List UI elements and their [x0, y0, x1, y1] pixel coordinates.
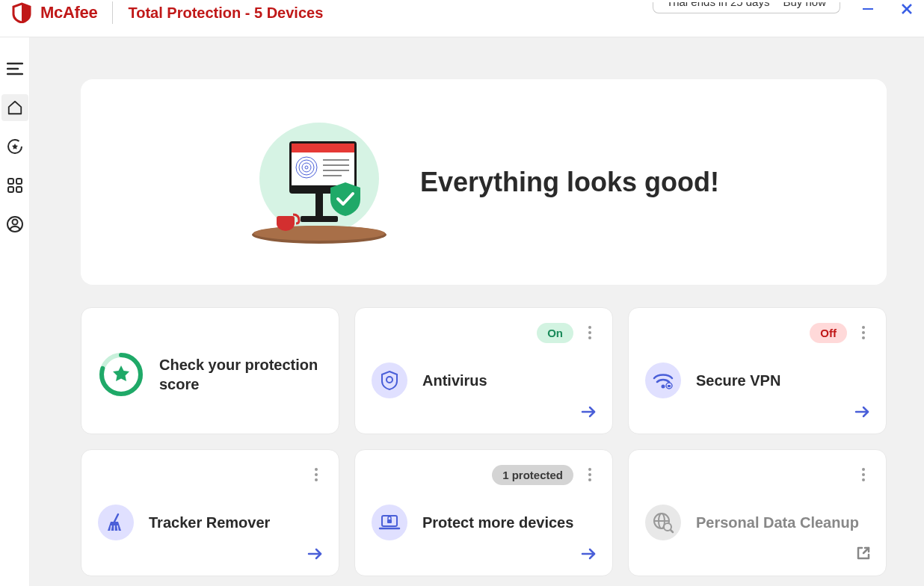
svg-rect-46 — [387, 519, 392, 523]
svg-line-40 — [111, 525, 111, 531]
card-grid: Check your protection score On Antivirus — [81, 307, 887, 576]
trial-text: Trial ends in 25 days — [667, 2, 770, 8]
kebab-menu[interactable] — [857, 465, 869, 484]
broom-icon — [98, 505, 134, 540]
vpn-card[interactable]: Off Secure VPN — [628, 307, 887, 434]
apps-icon[interactable] — [6, 176, 24, 194]
hero-title: Everything looks good! — [420, 167, 719, 198]
tracker-remover-card[interactable]: Tracker Remover — [81, 449, 339, 576]
svg-rect-28 — [301, 216, 338, 222]
card-title: Check your protection score — [159, 355, 322, 394]
main-content: Everything looks good! Check your protec… — [30, 37, 924, 586]
home-icon[interactable] — [1, 94, 28, 121]
svg-rect-7 — [8, 179, 13, 184]
arrow-icon[interactable] — [581, 547, 597, 564]
devices-badge: 1 protected — [492, 465, 573, 485]
card-title: Secure VPN — [696, 371, 780, 390]
globe-search-icon — [645, 505, 681, 540]
kebab-menu[interactable] — [310, 465, 322, 484]
status-badge-off: Off — [810, 323, 847, 343]
svg-point-33 — [386, 377, 392, 383]
score-ring-icon — [98, 351, 144, 398]
sidebar — [0, 37, 30, 586]
antivirus-card[interactable]: On Antivirus — [354, 307, 613, 434]
protection-score-card[interactable]: Check your protection score — [81, 307, 339, 434]
mcafee-shield-icon — [12, 2, 31, 23]
status-badge-on: On — [537, 323, 573, 343]
svg-line-42 — [117, 525, 118, 531]
kebab-menu[interactable] — [584, 323, 596, 342]
kebab-menu[interactable] — [584, 465, 596, 484]
svg-line-39 — [114, 514, 118, 522]
svg-rect-37 — [668, 385, 671, 387]
svg-point-12 — [12, 220, 17, 225]
minimize-button[interactable] — [861, 2, 875, 16]
card-title: Personal Data Cleanup — [696, 513, 859, 532]
close-button[interactable] — [900, 2, 914, 16]
shield-icon — [372, 363, 407, 398]
score-icon[interactable] — [6, 138, 24, 155]
laptop-lock-icon — [372, 505, 407, 540]
kebab-menu[interactable] — [857, 323, 869, 342]
brand-separator — [112, 1, 113, 24]
external-link-icon[interactable] — [856, 546, 871, 564]
card-title: Protect more devices — [422, 513, 573, 532]
svg-rect-8 — [16, 179, 22, 184]
product-name: Total Protection - 5 Devices — [128, 4, 323, 22]
account-icon[interactable] — [6, 215, 24, 233]
svg-rect-18 — [292, 144, 354, 152]
wifi-lock-icon — [645, 363, 681, 398]
svg-point-35 — [662, 385, 665, 389]
hero-card: Everything looks good! — [81, 79, 887, 285]
protect-devices-card[interactable]: 1 protected Protect more devices — [354, 449, 613, 576]
brand: McAfee Total Protection - 5 Devices — [12, 0, 323, 25]
arrow-icon[interactable] — [307, 547, 324, 564]
card-title: Antivirus — [422, 371, 487, 390]
svg-rect-30 — [277, 216, 295, 225]
buy-now-link[interactable]: Buy now — [783, 2, 826, 8]
hero-illustration — [248, 111, 390, 253]
trial-pill[interactable]: Trial ends in 25 days Buy now — [653, 2, 840, 13]
titlebar-right: Trial ends in 25 days Buy now — [653, 0, 914, 16]
titlebar: McAfee Total Protection - 5 Devices Tria… — [0, 0, 924, 37]
svg-point-15 — [253, 226, 385, 241]
svg-line-52 — [671, 530, 673, 532]
brand-name: McAfee — [40, 3, 97, 22]
arrow-icon[interactable] — [854, 405, 871, 422]
svg-rect-10 — [16, 187, 22, 192]
data-cleanup-card[interactable]: Personal Data Cleanup — [628, 449, 887, 576]
window-controls — [861, 0, 914, 16]
card-title: Tracker Remover — [149, 513, 270, 532]
menu-icon[interactable] — [6, 60, 24, 78]
svg-rect-27 — [315, 194, 323, 216]
svg-rect-9 — [8, 187, 13, 192]
arrow-icon[interactable] — [581, 405, 597, 422]
